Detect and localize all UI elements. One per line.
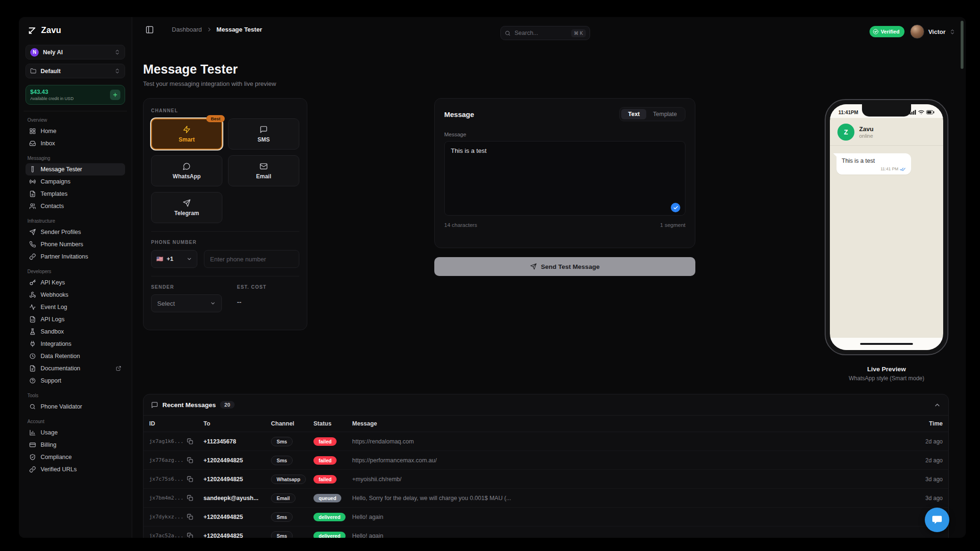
copy-icon[interactable]	[187, 438, 193, 444]
project-selector[interactable]: Default	[25, 64, 125, 78]
sidebar-item-phone-numbers[interactable]: Phone Numbers	[25, 238, 125, 250]
sidebar-toggle-icon[interactable]	[145, 25, 154, 34]
channel-pill: Sms	[271, 512, 293, 522]
sidebar-item-phone-validator[interactable]: Phone Validator	[25, 401, 125, 413]
whatsapp-channel-icon	[183, 162, 191, 170]
tab-template[interactable]: Template	[646, 109, 684, 119]
message-id: jx7ac52a...	[149, 533, 184, 538]
sidebar-item-label: Support	[41, 377, 121, 384]
channel-option-sms[interactable]: SMS	[228, 118, 299, 150]
message-text: https://performancemax.com.au/	[352, 457, 891, 464]
chevron-up-icon[interactable]	[934, 401, 941, 409]
divider	[151, 231, 299, 232]
copy-icon[interactable]	[187, 457, 193, 463]
global-search[interactable]: ⌘ K	[500, 26, 590, 40]
message-time: 3d ago	[891, 476, 943, 483]
copy-icon[interactable]	[187, 476, 193, 482]
table-row[interactable]: jx7c75s6... +12024494825 Whatsapp failed…	[144, 470, 948, 489]
message-id: jx776azg...	[149, 457, 184, 463]
search-input[interactable]	[515, 30, 567, 36]
sidebar-item-documentation[interactable]: Documentation	[25, 362, 125, 375]
sidebar-item-label: Sender Profiles	[41, 229, 121, 235]
chevron-down-icon	[210, 301, 216, 306]
section-label-overview: Overview	[27, 117, 123, 123]
table-row[interactable]: jx7bm4m2... sandeepk@ayush... Email queu…	[144, 489, 948, 508]
message-panel-title: Message	[444, 110, 619, 118]
support-chat-fab[interactable]	[925, 508, 949, 532]
channel-option-email[interactable]: Email	[228, 155, 299, 186]
message-time: 2d ago	[891, 457, 943, 464]
live-preview-subtitle: WhatsApp style (Smart mode)	[825, 375, 948, 382]
channel-pill: Email	[271, 493, 296, 503]
send-icon	[530, 263, 537, 270]
sidebar-item-templates[interactable]: Templates	[25, 188, 125, 200]
flask-icon	[29, 328, 36, 335]
sidebar-nav: Overview Home Inbox Messaging Message Te…	[25, 117, 125, 476]
message-id: jx7c75s6...	[149, 476, 184, 482]
sidebar-item-billing[interactable]: Billing	[25, 439, 125, 451]
sidebar-item-data-retention[interactable]: Data Retention	[25, 350, 125, 362]
channel-option-smart[interactable]: Best Smart	[151, 118, 222, 150]
sidebar-item-integrations[interactable]: Integrations	[25, 338, 125, 350]
table-row[interactable]: jx7ac52a... +12024494825 Sms delivered H…	[144, 526, 948, 538]
channel-pill: Sms	[271, 531, 293, 538]
sidebar-item-compliance[interactable]: Compliance	[25, 451, 125, 463]
copy-icon[interactable]	[187, 495, 193, 501]
sidebar-item-message-tester[interactable]: Message Tester	[25, 163, 125, 175]
sidebar-item-support[interactable]: Support	[25, 375, 125, 387]
sender-select[interactable]: Select	[151, 294, 222, 312]
copy-icon[interactable]	[187, 533, 193, 538]
sidebar-item-home[interactable]: Home	[25, 125, 125, 137]
brand-name: Zavu	[41, 25, 61, 35]
wifi-icon	[918, 110, 924, 115]
column-header-time: Time	[891, 420, 943, 427]
plug-icon	[29, 341, 36, 347]
scrollbar-thumb[interactable]	[961, 21, 963, 69]
channel-option-whatsapp[interactable]: WhatsApp	[151, 155, 222, 186]
sidebar-item-webhooks[interactable]: Webhooks	[25, 289, 125, 301]
sidebar-item-label: API Logs	[41, 316, 121, 323]
table-row[interactable]: jx7ag1k6... +112345678 Sms failed https:…	[144, 432, 948, 451]
table-row[interactable]: jx776azg... +12024494825 Sms failed http…	[144, 451, 948, 470]
best-badge: Best	[206, 115, 225, 122]
tab-text[interactable]: Text	[621, 109, 646, 119]
message-time: 3d ago	[891, 495, 943, 501]
sidebar-item-label: Message Tester	[41, 166, 121, 173]
bar-icon	[29, 429, 36, 436]
sidebar-item-label: Verified URLs	[41, 466, 121, 473]
table-row[interactable]: jx7dykxz... +12024494825 Sms delivered H…	[144, 508, 948, 526]
phone-home-area	[830, 338, 943, 350]
sidebar-item-verified-urls[interactable]: Verified URLs	[25, 463, 125, 476]
country-code-select[interactable]: 🇺🇸 +1	[151, 250, 197, 268]
sidebar-item-api-keys[interactable]: API Keys	[25, 276, 125, 289]
chat-avatar: Z	[837, 124, 854, 141]
send-test-message-button[interactable]: Send Test Message	[434, 257, 695, 276]
user-name: Victor	[928, 28, 946, 35]
sender-label: SENDER	[151, 284, 237, 290]
sidebar-item-label: Campaigns	[41, 178, 121, 185]
sidebar-item-campaigns[interactable]: Campaigns	[25, 175, 125, 188]
chevron-down-icon	[186, 256, 192, 262]
status-badge: delivered	[313, 532, 346, 538]
sidebar-item-api-logs[interactable]: API Logs	[25, 313, 125, 326]
search-icon	[29, 403, 36, 410]
smart-channel-icon	[183, 125, 191, 134]
breadcrumb-dashboard[interactable]: Dashboard	[172, 26, 202, 33]
channel-option-telegram[interactable]: Telegram	[151, 192, 222, 223]
phone-number-label: PHONE NUMBER	[151, 240, 299, 245]
sidebar-item-sender-profiles[interactable]: Sender Profiles	[25, 226, 125, 238]
sidebar-item-usage[interactable]: Usage	[25, 426, 125, 439]
column-header-status: Status	[313, 420, 352, 427]
sidebar-item-sandbox[interactable]: Sandbox	[25, 326, 125, 338]
sidebar-item-contacts[interactable]: Contacts	[25, 200, 125, 212]
org-selector[interactable]: N Nely AI	[25, 45, 125, 59]
message-textarea[interactable]: This is a test	[444, 141, 685, 216]
copy-icon[interactable]	[187, 514, 193, 520]
sidebar-item-event-log[interactable]: Event Log	[25, 301, 125, 313]
phone-number-input[interactable]	[204, 250, 299, 268]
channel-pill: Sms	[271, 437, 293, 446]
user-menu[interactable]: Victor	[910, 25, 955, 39]
sidebar-item-inbox[interactable]: Inbox	[25, 137, 125, 150]
sidebar-item-partner-invitations[interactable]: Partner Invitations	[25, 250, 125, 263]
add-credit-button[interactable]	[110, 90, 120, 100]
